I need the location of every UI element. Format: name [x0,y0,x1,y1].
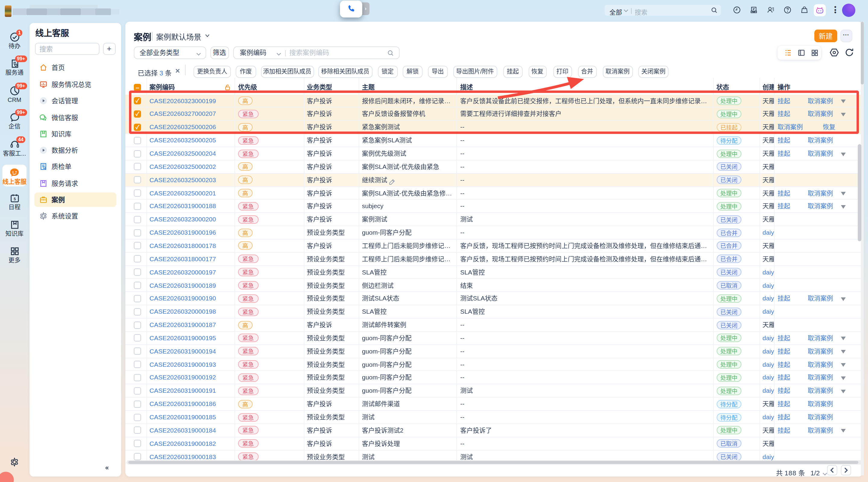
svg-text:5: 5 [13,197,16,201]
